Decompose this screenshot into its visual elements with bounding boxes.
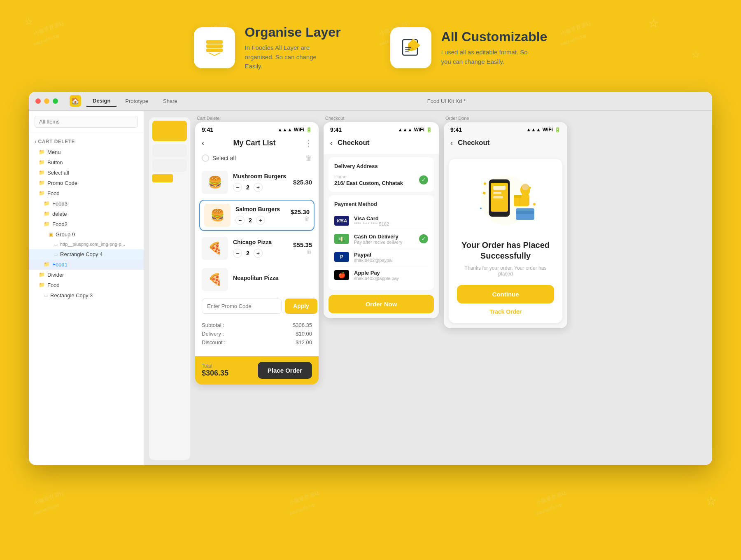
layer-section: ‹ CART DELETE 📁 Menu 📁 Button 📁 Sel — [29, 133, 144, 304]
payment-name-visa: Visa Card — [354, 215, 428, 222]
layer-item-food[interactable]: 📁 Food — [29, 188, 144, 198]
cart-time: 9:41 — [202, 126, 213, 133]
subtotal-value: $306.35 — [293, 322, 312, 328]
qty-increase-chicago[interactable]: + — [254, 249, 263, 258]
search-input[interactable] — [35, 116, 138, 128]
minimize-button[interactable] — [44, 98, 49, 104]
svg-point-26 — [522, 184, 529, 190]
success-title: Your Order has Placed Successfully — [457, 240, 554, 261]
select-all-checkbox[interactable] — [202, 154, 209, 162]
promo-input[interactable] — [202, 299, 282, 314]
cart-item-mushroom: 🍔 Mushroom Burgers − 2 + $25.30 — [195, 167, 319, 198]
cart-item-img-mushroom: 🍔 — [202, 171, 228, 194]
place-order-button[interactable]: Place Order — [258, 362, 312, 379]
file-icon: ▭ — [54, 242, 58, 247]
maximize-button[interactable] — [53, 98, 58, 104]
status-icons-cart: ▲▲▲ WiFi 🔋 — [277, 127, 312, 133]
layer-item-rect-copy4[interactable]: ▭ Rectangle Copy 4 — [29, 249, 144, 259]
done-back-button[interactable]: ‹ — [450, 139, 453, 147]
status-bar-cart: 9:41 ▲▲▲ WiFi 🔋 — [195, 122, 319, 135]
layer-item-menu[interactable]: 📁 Menu — [29, 147, 144, 157]
svg-rect-17 — [516, 211, 534, 214]
layer-item-select-all[interactable]: 📁 Select all — [29, 168, 144, 178]
cart-item-trash-salmon[interactable]: 🗑 — [292, 215, 310, 222]
payment-item-cash[interactable]: 💵 Cash On Delivery Pay after recive deli… — [334, 230, 428, 248]
layer-item-delete[interactable]: 📁 delete — [29, 209, 144, 219]
address-info: Home 216/ East Custom, Chhatak — [334, 174, 403, 186]
svg-rect-1 — [206, 44, 223, 48]
home-icon[interactable]: 🏠 — [70, 95, 81, 107]
checkout-back-button[interactable]: ‹ — [330, 139, 333, 147]
mockup-wrapper: 🏠 Design Prototype Share Food UI Kit Xd … — [0, 92, 741, 465]
cart-more-icon[interactable]: ⋮ — [305, 139, 312, 148]
qty-control-mushroom: − 2 + — [233, 183, 288, 192]
cart-phone-screen: 9:41 ▲▲▲ WiFi 🔋 ‹ My Cart List ⋮ — [195, 122, 319, 385]
svg-rect-12 — [493, 196, 503, 198]
cart-item-salmon: 🍔 Salmon Burgers − 2 + $25.30 — [199, 200, 315, 231]
payment-item-visa[interactable]: VISA Visa Card **** **** **** 5162 — [334, 212, 428, 230]
payment-info-paypal: Paypal shakib402@paypal — [354, 252, 428, 263]
layer-item-promo[interactable]: 📁 Promo Code — [29, 178, 144, 188]
qty-decrease-mushroom[interactable]: − — [233, 183, 242, 192]
checkout-screen-wrapper: Checkout 9:41 ▲▲▲ WiFi 🔋 — [324, 116, 439, 460]
layer-item-rect-copy3[interactable]: ▭ Rectangle Copy 3 — [29, 290, 144, 301]
layer-item-food3[interactable]: 📁 Food3 — [29, 198, 144, 209]
qty-num-chicago: 2 — [246, 250, 249, 257]
order-now-button[interactable]: Order Now — [329, 295, 434, 313]
customizable-text: All Customizable I used all as editable … — [441, 29, 548, 66]
file-icon-2: ▭ — [54, 252, 58, 257]
track-order-link[interactable]: Track Order — [457, 308, 554, 315]
layer-item-group9[interactable]: ▣ Group 9 — [29, 229, 144, 240]
svg-rect-0 — [206, 49, 223, 52]
layer-item-divider[interactable]: 📁 Divider — [29, 270, 144, 280]
apply-button[interactable]: Apply — [285, 299, 317, 314]
promo-section: Apply — [202, 299, 312, 314]
select-all-row: Select all 🗑 — [195, 153, 319, 167]
star-decoration-5: ☆ — [706, 494, 716, 508]
discount-row: Discount : $12.00 — [202, 339, 312, 345]
organise-layer-desc: In Foodies All Layer are organised. So c… — [245, 43, 336, 71]
browser-title: Food UI Kit Xd * — [187, 98, 706, 104]
address-label: Home — [334, 174, 403, 179]
folder-icon: 📁 — [39, 149, 45, 155]
delete-all-icon[interactable]: 🗑 — [305, 154, 312, 162]
qty-decrease-chicago[interactable]: − — [233, 249, 242, 258]
payment-item-paypal[interactable]: P Paypal shakib402@paypal — [334, 248, 428, 266]
cart-item-trash-chicago[interactable]: 🗑 — [295, 248, 312, 255]
layer-item-food-bottom[interactable]: 📁 Food — [29, 280, 144, 290]
tab-design[interactable]: Design — [86, 95, 117, 107]
order-done-screen-wrapper: Order Done 9:41 ▲▲▲ WiFi 🔋 — [444, 116, 567, 460]
layer-item-button[interactable]: 📁 Button — [29, 157, 144, 168]
cart-item-name-mushroom: Mushroom Burgers — [233, 173, 288, 180]
left-panel: ‹ CART DELETE 📁 Menu 📁 Button 📁 Sel — [29, 111, 144, 465]
payment-name-paypal: Paypal — [354, 252, 428, 258]
layer-item-http[interactable]: ▭ http__piuspng.com_img-png-p... — [29, 240, 144, 249]
browser-content: ‹ CART DELETE 📁 Menu 📁 Button 📁 Sel — [29, 111, 712, 465]
qty-decrease-salmon[interactable]: − — [235, 216, 245, 225]
cart-item-neapolitan: 🍕 Neapolitan Pizza — [195, 264, 319, 295]
continue-button[interactable]: Continue — [457, 285, 554, 303]
payment-item-apple[interactable]: 🍎 Apple Pay shakib402@apple.pay — [334, 266, 428, 284]
cart-item-price-chicago: $55.35 — [293, 241, 312, 248]
qty-increase-salmon[interactable]: + — [256, 216, 265, 225]
payment-detail-apple: shakib402@apple.pay — [354, 276, 428, 281]
delivery-value: $10.00 — [296, 331, 312, 337]
close-button[interactable] — [35, 98, 41, 104]
collapse-icon[interactable]: ‹ — [35, 139, 37, 145]
tab-share[interactable]: Share — [156, 96, 184, 107]
tab-prototype[interactable]: Prototype — [119, 96, 155, 107]
select-all-label[interactable]: Select all — [202, 154, 236, 162]
done-time: 9:41 — [450, 126, 462, 133]
layer-item-food2[interactable]: 📁 Food2 — [29, 219, 144, 229]
cart-item-price-mushroom: $25.30 — [293, 179, 312, 186]
svg-rect-16 — [516, 208, 534, 220]
qty-control-salmon: − 2 + — [235, 216, 286, 225]
success-subtitle: Thanks for your order. Your order has pl… — [457, 265, 554, 277]
payment-detail-cash: Pay after recive delivery — [354, 240, 414, 245]
total-section: Total $306.35 — [202, 363, 228, 378]
file-icon-3: ▭ — [44, 293, 48, 298]
layer-item-food1[interactable]: 📁 Food1 — [29, 259, 144, 270]
browser-frame: 🏠 Design Prototype Share Food UI Kit Xd … — [29, 92, 712, 465]
cart-back-button[interactable]: ‹ — [202, 139, 204, 147]
qty-increase-mushroom[interactable]: + — [254, 183, 263, 192]
